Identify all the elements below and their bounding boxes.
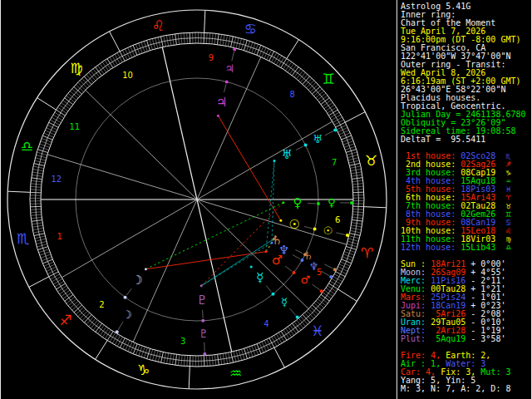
degree-tick [249, 347, 253, 357]
degree-tick [65, 295, 73, 302]
degree-tick [318, 299, 326, 306]
sign-boundary [364, 207, 387, 208]
natal-marker-moon [124, 296, 127, 299]
degree-tick [281, 332, 287, 341]
aspect-point-sun [279, 219, 282, 222]
transit-pointer-moon [118, 322, 123, 330]
degree-tick [344, 144, 354, 147]
degree-tick [336, 122, 346, 127]
house-cusp-12 [47, 155, 197, 200]
house-number-2: 2 [99, 300, 104, 309]
degree-tick [344, 252, 354, 255]
aspect-point-mercury [250, 266, 253, 268]
degree-tick [347, 244, 357, 247]
transit-pointer-saturn [324, 264, 332, 268]
info-sidebar: Astrolog 5.41GInner ring:Chart of the Mo… [397, 0, 531, 399]
degree-tick [281, 58, 287, 67]
degree-tick [37, 150, 47, 153]
degree-tick [301, 317, 308, 325]
degree-tick [276, 56, 282, 65]
aspect-point-mars [264, 250, 267, 253]
degree-tick [288, 327, 294, 336]
sign-glyph-aquarius: ♒ [229, 365, 242, 382]
house-number-6: 6 [335, 215, 340, 224]
natal-pointer-uranus [296, 146, 303, 150]
degree-tick [294, 69, 301, 77]
degree-tick [97, 65, 104, 73]
degree-tick [319, 297, 328, 303]
degree-tick [190, 356, 190, 367]
degree-tick [204, 32, 204, 43]
degree-tick [190, 32, 190, 43]
degree-tick [112, 56, 118, 65]
degree-tick [68, 299, 76, 306]
degree-tick [290, 65, 297, 73]
transit-pointer-uranus [325, 131, 333, 135]
degree-tick [294, 322, 301, 330]
degree-tick [144, 41, 147, 51]
sign-glyph-aries: ♈ [361, 244, 373, 261]
degree-tick [53, 115, 62, 121]
degree-tick [61, 102, 70, 109]
degree-tick [324, 290, 333, 297]
aspect-squ-sun-jupiter [218, 116, 280, 220]
degree-tick [71, 89, 80, 96]
transit-marker-jupiter [233, 48, 236, 52]
degree-tick [40, 252, 50, 255]
degree-tick [57, 283, 66, 289]
degree-tick [292, 66, 298, 75]
degree-tick [120, 52, 125, 62]
degree-tick [72, 303, 81, 311]
degree-tick [353, 192, 364, 193]
sign-glyph-sagittarius: ♐ [59, 312, 71, 328]
degree-tick [324, 102, 333, 109]
natal-transit-wheel-chart[interactable]: ♈♉♊♋♌♍♎♏♐♑♒♓123456789101112☉☽☿♀♂♃♄♅♆♇☉☽☿… [0, 0, 397, 399]
sign-glyph-virgo: ♍ [70, 60, 82, 76]
house-cusp-10 [162, 47, 197, 200]
house-number-3: 3 [180, 337, 185, 346]
degree-tick [288, 63, 294, 72]
degree-tick [62, 101, 71, 107]
degree-tick [38, 146, 48, 150]
degree-tick [144, 347, 147, 357]
degree-tick [244, 40, 247, 50]
sign-boundary [287, 40, 298, 59]
natal-marker-venus [317, 202, 320, 205]
degree-tick [68, 93, 76, 100]
degree-tick [314, 89, 323, 96]
degree-tick [61, 290, 70, 297]
degree-tick [285, 62, 291, 71]
degree-tick [330, 112, 339, 118]
degree-tick [100, 327, 106, 336]
degree-tick [62, 293, 71, 299]
degree-tick [241, 349, 244, 359]
transit-marker-mars [320, 289, 323, 293]
degree-tick [89, 318, 96, 327]
degree-tick [55, 281, 64, 287]
degree-tick [147, 348, 150, 358]
degree-tick [105, 330, 111, 339]
degree-tick [57, 286, 66, 292]
house-number-9: 9 [209, 53, 214, 62]
degree-tick [107, 59, 113, 68]
degree-tick [336, 272, 346, 277]
transit-planet-neptune: ♆ [309, 260, 319, 273]
degree-tick [102, 62, 108, 71]
transit-planet-mercury: ☿ [281, 296, 288, 308]
degree-tick [241, 39, 244, 49]
transit-planet-moon: ☽ [122, 308, 132, 321]
planet-row-pluto: Plut: 5Aqu19 - 3°58' [401, 335, 531, 343]
degree-tick [107, 332, 113, 341]
house-number-8: 8 [289, 90, 294, 99]
degree-tick [141, 42, 145, 52]
sign-boundary [7, 191, 30, 192]
degree-tick [88, 72, 95, 81]
degree-tick [321, 98, 329, 105]
degree-tick [329, 283, 338, 289]
sign-boundary [189, 367, 190, 389]
degree-tick [269, 338, 274, 348]
degree-tick [39, 144, 49, 147]
degree-tick [319, 96, 328, 102]
degree-tick [283, 330, 289, 339]
degree-tick [297, 320, 303, 328]
